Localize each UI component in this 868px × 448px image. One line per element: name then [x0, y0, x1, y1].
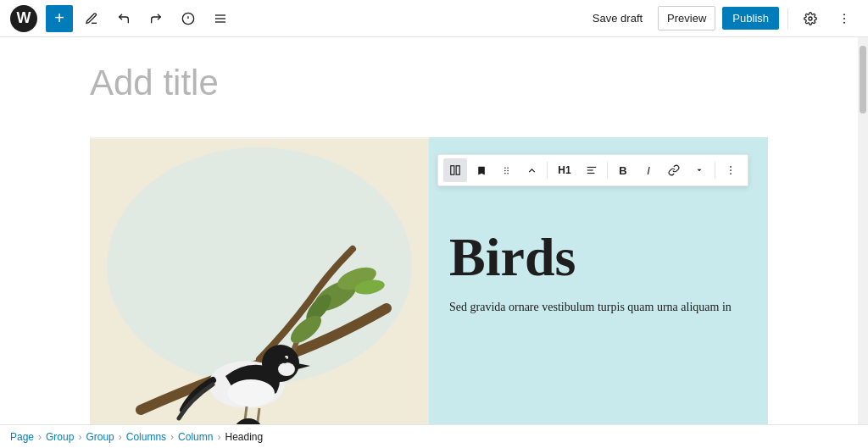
svg-point-23 [285, 357, 287, 359]
bookmark-icon [476, 165, 487, 176]
svg-rect-30 [451, 166, 454, 175]
svg-point-34 [504, 169, 506, 171]
breadcrumb-columns[interactable]: Columns [126, 431, 166, 443]
top-bar: W + Save draft Preview Publish [0, 0, 868, 37]
svg-point-9 [843, 21, 845, 23]
heading-level-button[interactable]: H1 [551, 158, 578, 182]
svg-point-36 [504, 172, 506, 174]
breadcrumb-heading: Heading [225, 431, 263, 443]
bookmark-button[interactable] [469, 158, 492, 182]
breadcrumb-sep-4: › [217, 431, 220, 443]
scrollbar-track[interactable] [858, 37, 868, 424]
svg-point-35 [507, 169, 509, 171]
undo-icon [117, 12, 131, 25]
add-block-button[interactable]: + [46, 5, 73, 32]
block-options-button[interactable] [719, 158, 743, 182]
svg-point-20 [278, 362, 295, 376]
breadcrumb-group-1[interactable]: Group [46, 431, 74, 443]
breadcrumb-column[interactable]: Column [178, 431, 213, 443]
link-icon [668, 164, 680, 176]
more-formats-button[interactable] [687, 158, 711, 182]
breadcrumb-page[interactable]: Page [10, 431, 34, 443]
gear-icon [804, 12, 817, 25]
three-dots-icon [725, 164, 737, 176]
more-options-button[interactable] [831, 5, 858, 32]
columns-block: H1 B I [90, 137, 768, 424]
preview-button[interactable]: Preview [658, 6, 715, 30]
breadcrumb-sep-1: › [78, 431, 81, 443]
text-align-button[interactable] [580, 158, 604, 182]
editor-area[interactable]: Add title [0, 37, 858, 424]
toolbar-separator-2 [607, 162, 608, 179]
bold-button[interactable]: B [611, 158, 635, 182]
svg-point-33 [507, 167, 509, 169]
list-view-button[interactable] [207, 5, 234, 32]
info-button[interactable] [175, 5, 202, 32]
svg-point-37 [507, 172, 509, 174]
drag-handle-button[interactable] [494, 158, 518, 182]
svg-point-43 [730, 173, 732, 174]
arrows-updown-icon [526, 165, 537, 176]
svg-point-18 [227, 379, 275, 407]
paragraph-text[interactable]: Sed gravida ornare vestibulum turpis qua… [449, 298, 748, 317]
post-title-input[interactable]: Add title [90, 54, 768, 112]
block-toolbar: H1 B I [437, 154, 748, 186]
drag-icon [501, 165, 512, 176]
publish-button[interactable]: Publish [722, 7, 779, 30]
redo-icon [149, 12, 163, 25]
toolbar-separator-3 [715, 162, 715, 179]
save-draft-button[interactable]: Save draft [584, 7, 651, 30]
breadcrumb-sep-2: › [119, 431, 122, 443]
wordpress-logo[interactable]: W [10, 5, 37, 32]
column-left[interactable] [90, 137, 429, 424]
svg-point-42 [730, 169, 732, 171]
svg-point-19 [262, 345, 299, 382]
column-right[interactable]: H1 B I [429, 137, 768, 424]
svg-point-7 [843, 14, 845, 15]
top-bar-right: Save draft Preview Publish [584, 5, 858, 32]
toolbar-divider [787, 8, 788, 29]
bottom-breadcrumb: Page › Group › Group › Columns › Column … [0, 424, 868, 448]
svg-point-8 [843, 18, 845, 19]
redo-button[interactable] [142, 5, 170, 32]
breadcrumb-sep-3: › [170, 431, 174, 443]
settings-button[interactable] [797, 5, 824, 32]
chevron-down-icon [695, 166, 704, 174]
italic-button[interactable]: I [637, 158, 660, 182]
breadcrumb-sep-0: › [38, 431, 42, 443]
bird-illustration [90, 137, 429, 424]
svg-point-6 [809, 17, 812, 20]
svg-point-41 [730, 166, 732, 168]
ellipsis-vertical-icon [837, 12, 851, 25]
top-bar-left: W + [10, 5, 234, 32]
breadcrumb-group-2[interactable]: Group [86, 431, 114, 443]
undo-button[interactable] [110, 5, 137, 32]
pen-tool-button[interactable] [78, 5, 105, 32]
svg-point-21 [281, 355, 289, 363]
svg-point-32 [504, 167, 506, 169]
editor-content: Add title [22, 37, 836, 424]
move-up-down-button[interactable] [520, 158, 543, 182]
info-icon [181, 12, 195, 25]
pen-icon [85, 12, 98, 25]
list-icon [214, 12, 227, 25]
main-area: Add title [0, 37, 868, 424]
heading-text[interactable]: Birds [449, 230, 748, 285]
align-left-icon [586, 164, 598, 176]
svg-rect-31 [456, 166, 459, 175]
link-button[interactable] [662, 158, 686, 182]
block-type-button[interactable] [443, 158, 467, 182]
scrollbar-thumb[interactable] [860, 46, 866, 113]
toolbar-separator-1 [547, 162, 548, 179]
columns-icon [449, 164, 461, 176]
svg-point-11 [107, 147, 412, 384]
